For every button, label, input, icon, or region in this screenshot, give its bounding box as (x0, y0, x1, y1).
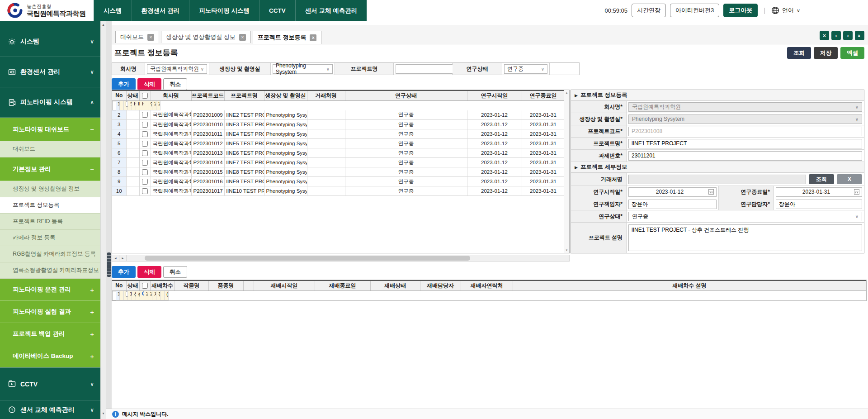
select-all-checkbox[interactable] (142, 283, 148, 289)
sidebar-group-dashboard[interactable]: 피노타이핑 대쉬보드 − (0, 118, 100, 141)
sidebar-item-chamber-info[interactable]: 생장상 및 영상촬영실 정보 (0, 181, 100, 197)
row-checkbox[interactable] (142, 160, 148, 166)
save-button[interactable]: 저장 (814, 47, 838, 59)
sidebar-group-database-backup[interactable]: 데이타베이스 Backup + (0, 345, 100, 367)
scrollbar-track[interactable] (127, 255, 569, 261)
grid-horizontal-scrollbar[interactable]: ◄ ► (112, 255, 570, 262)
row-checkbox[interactable] (142, 122, 148, 128)
research-end-date-input[interactable]: 2023-01-31 (776, 187, 862, 197)
research-status-select[interactable]: 연구중 ∨ (628, 212, 862, 221)
excel-button[interactable]: 엑셀 (840, 47, 864, 59)
row-checkbox[interactable] (142, 150, 148, 156)
sidebar-item-project-register[interactable]: 프로젝트 정보등록 (0, 197, 100, 214)
sidebar-item-project-rfid[interactable]: 프로젝트 RFID 등록 (0, 214, 100, 230)
status-filter-select[interactable]: 연구중 ∨ (504, 64, 547, 74)
sidebar-group-operation[interactable]: 피노타이핑 운전 관리 + (0, 279, 100, 301)
scroll-up-arrow-icon[interactable]: ▲ (564, 90, 569, 95)
scroll-down-arrow-icon[interactable]: ▼ (101, 410, 106, 417)
delete-cultivation-button[interactable]: 삭제 (137, 266, 161, 278)
logout-button[interactable]: 로그아웃 (723, 4, 758, 17)
sidebar-group-basic-info[interactable]: 기본정보 관리 − (0, 157, 100, 181)
sidebar-item-chlorophyll-camera-coord[interactable]: 엽록소형광촬영실 카메라좌표정보 등록 (0, 262, 100, 279)
table-row[interactable]: 5국립원예특작과학원P202301012lINE5 TEST PROJECTPh… (112, 139, 565, 148)
research-start-date-input[interactable]: 2023-01-12 (628, 187, 717, 197)
nav-cctv[interactable]: CCTV (259, 0, 295, 21)
table-row[interactable]: 10국립원예특작과학원P202301017lINE10 TEST PROJE..… (112, 186, 565, 196)
panel-splitter[interactable] (106, 21, 112, 419)
sidebar-item-dashboard[interactable]: 대쉬보드 (0, 141, 100, 157)
next-tab-button[interactable]: › (843, 31, 853, 40)
add-row-button[interactable]: 추가 (112, 78, 136, 90)
table-row[interactable]: 3국립원예특작과학원P202301010lINE3 TEST PROJECTPh… (112, 120, 565, 129)
sidebar-item-cctv[interactable]: CCTV ∨ (0, 367, 100, 400)
tab-list-button[interactable]: » (855, 31, 864, 40)
account-button[interactable]: 아이티컨버전3 (670, 4, 719, 17)
scroll-up-arrow-icon[interactable]: ▲ (101, 21, 106, 29)
sidebar-group-experiment-results[interactable]: 피노타이핑 실험 결과 + (0, 301, 100, 323)
row-checkbox[interactable] (142, 112, 148, 118)
sidebar-item-env-sensor[interactable]: 환경센서 관리 ∨ (0, 57, 100, 87)
grid-column-header: 상태 (126, 281, 139, 290)
scrollbar-thumb[interactable] (145, 256, 470, 261)
language-selector[interactable]: 언어 ∨ (771, 6, 800, 14)
cancel-cultivation-button[interactable]: 취소 (163, 266, 187, 278)
delete-row-button[interactable]: 삭제 (137, 78, 161, 90)
close-icon[interactable]: × (239, 34, 246, 41)
client-clear-button[interactable]: X (837, 174, 862, 184)
nav-phenotyping[interactable]: 피노타이핑 시스템 (189, 0, 259, 21)
chamber-filter-select[interactable]: Phenotyping Sysytem ∨ (273, 64, 333, 74)
sidebar-item-rgb-camera-coord[interactable]: RGB촬영실 카메라좌표정보 등록 (0, 246, 100, 262)
cell-client (144, 101, 148, 110)
table-row[interactable]: 8국립원예특작과학원P202301015lINE8 TEST PROJECTPh… (112, 167, 565, 177)
extend-time-button[interactable]: 시간연장 (632, 4, 666, 17)
scroll-down-arrow-icon[interactable]: ▼ (564, 248, 569, 253)
project-description-textarea[interactable]: lINE1 TEST PROJECT - 상추 건조스트레스 진행 (628, 224, 862, 251)
row-checkbox[interactable] (142, 188, 148, 194)
nav-system[interactable]: 시스템 (94, 0, 132, 21)
client-search-button[interactable]: 조회 (809, 174, 834, 184)
splitter-grip[interactable] (107, 252, 111, 277)
row-checkbox[interactable] (142, 169, 148, 175)
sidebar-item-system[interactable]: 시스템 ∨ (0, 27, 100, 57)
table-row[interactable]: 7국립원예특작과학원P202301014lINE7 TEST PROJECTPh… (112, 158, 565, 167)
close-icon[interactable]: × (147, 34, 154, 41)
tab-chamber-info[interactable]: 생장상 및 영상촬영실 정보 × (161, 31, 251, 43)
cancel-button[interactable]: 취소 (163, 78, 187, 90)
table-row[interactable]: 11상추품종(상추)2023-01-122023-01-31재배중장윤아(임시)… (112, 291, 126, 300)
tab-dashboard[interactable]: 대쉬보드 × (115, 31, 159, 43)
research-lead-input[interactable] (628, 200, 717, 209)
table-row[interactable]: 1국립원예특작과학원P202301008lINE1 TEST PROJECTPh… (112, 101, 126, 110)
grid-vertical-scrollbar[interactable]: ▲ ▼ (564, 90, 569, 253)
scroll-left-arrow-icon[interactable]: ◄ (112, 255, 119, 261)
sidebar-item-sensor-predict[interactable]: 센서 교체 예측관리 ∨ (0, 400, 100, 419)
row-checkbox[interactable] (142, 131, 148, 137)
prev-tab-button[interactable]: ‹ (831, 31, 841, 40)
tab-project-register[interactable]: 프로젝트 정보등록 × (253, 31, 322, 44)
table-row[interactable]: 9국립원예특작과학원P202301016lINE9 TEST PROJECTPh… (112, 177, 565, 186)
nav-sensor-predict[interactable]: 센서 교체 예측관리 (295, 0, 367, 21)
close-icon[interactable]: × (310, 34, 316, 41)
search-button[interactable]: 조회 (787, 47, 811, 59)
calendar-icon[interactable] (708, 189, 714, 195)
table-row[interactable]: 2국립원예특작과학원P202301009lINE2 TEST PROJECTPh… (112, 110, 565, 120)
table-row[interactable]: 6국립원예특작과학원P202301013lINE6 TEST PROJECTPh… (112, 148, 565, 158)
row-checkbox[interactable] (142, 141, 148, 147)
task-number-input[interactable] (628, 151, 862, 161)
scroll-right-arrow-icon[interactable]: ► (119, 255, 127, 261)
add-cultivation-button[interactable]: 추가 (112, 266, 136, 278)
sidebar-group-project-backup[interactable]: 프로젝트 백업 관리 + (0, 323, 100, 345)
sidebar-group-label: 데이타베이스 Backup (13, 352, 73, 360)
research-manager-input[interactable] (776, 200, 862, 209)
row-checkbox[interactable] (142, 179, 148, 185)
nav-env-sensor[interactable]: 환경센서 관리 (132, 0, 189, 21)
cell-end-date: 2023-01-31 (522, 129, 565, 139)
sidebar-item-camera-info[interactable]: 카메라 정보 등록 (0, 230, 100, 246)
company-filter-select[interactable]: 국립원예특작과학원 ∨ (147, 64, 207, 74)
calendar-icon[interactable] (854, 189, 859, 195)
project-name-input[interactable] (628, 139, 862, 148)
close-tab-button[interactable]: × (820, 31, 829, 40)
table-row[interactable]: 4국립원예특작과학원P202301011lINE4 TEST PROJECTPh… (112, 129, 565, 139)
menu-scrollbar[interactable]: ▲ ▼ (100, 21, 106, 419)
sidebar-item-phenotyping[interactable]: 피노타이핑 시스템 ∧ (0, 87, 100, 118)
select-all-checkbox[interactable] (142, 93, 148, 99)
